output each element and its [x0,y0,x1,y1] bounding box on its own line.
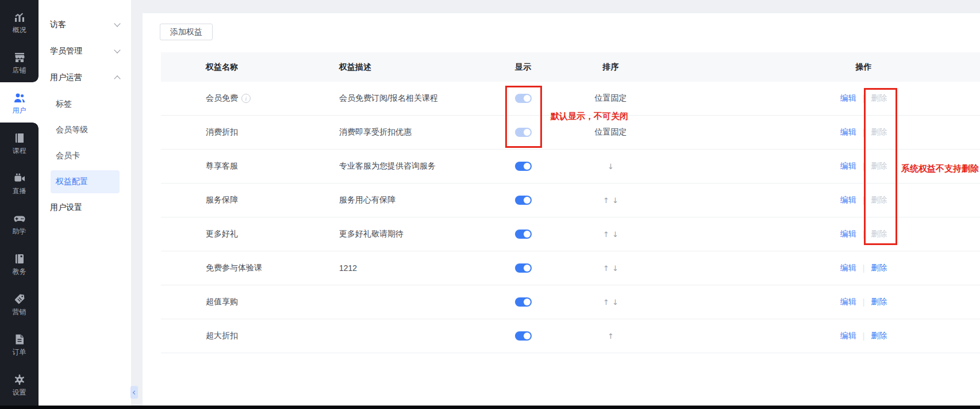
benefit-name: 超值享购 [206,297,238,307]
sort-cell: ↓ [575,162,647,171]
rail-item-live[interactable]: 直播 [0,163,39,203]
action-divider: | [863,297,865,307]
rail-item-orders[interactable]: 订单 [0,324,39,364]
rail-item-users[interactable]: 用户 [0,82,39,123]
sidebar-item-user-operations[interactable]: 用户运营 [39,64,131,91]
info-icon[interactable]: i [241,94,251,103]
sort-down-icon[interactable]: ↓ [612,196,618,205]
sidebar-item-label: 访客 [50,20,66,30]
edit-link[interactable]: 编辑 [840,229,856,239]
display-toggle-locked[interactable] [515,128,532,137]
edit-link[interactable]: 编辑 [840,127,856,137]
sidebar-item-benefit-config[interactable]: 权益配置 [51,170,120,193]
edit-link[interactable]: 编辑 [840,93,856,104]
benefit-desc-cell: 专业客服为您提供咨询服务 [293,161,471,171]
display-toggle[interactable] [515,263,532,273]
delete-link[interactable]: 删除 [871,331,887,341]
sort-up-icon[interactable]: ↑ [603,264,609,273]
sidebar-item-student-management[interactable]: 学员管理 [39,38,131,64]
rail-item-label: 课程 [13,147,26,154]
table-row: 消费折扣 消费即享受折扣优惠 位置固定 编辑 | 删除 [161,116,980,150]
rail-item-label: 用户 [13,107,26,114]
edit-link[interactable]: 编辑 [840,263,856,273]
display-toggle[interactable] [515,196,532,205]
sort-cell: ↑↓ [575,298,647,307]
sort-up-icon[interactable]: ↑ [603,230,609,239]
sidebar-item-label: 会员卡 [56,151,80,161]
column-header-display: 显示 [471,62,575,72]
edit-link[interactable]: 编辑 [840,331,856,341]
benefit-name: 尊享客服 [206,161,238,171]
overview-chart-icon [13,11,26,24]
table-row: 服务保障 服务用心有保障 ↑↓ 编辑 | 删除 [161,184,980,217]
delete-link[interactable]: 删除 [871,297,887,307]
chevron-up-icon [114,75,120,82]
toggle-knob [524,163,531,170]
shop-icon [13,51,26,64]
action-divider: | [863,263,865,273]
chevron-down-icon [114,47,120,53]
toggle-knob [524,299,531,305]
sidebar-item-label: 用户运营 [50,72,82,83]
users-icon [13,91,26,104]
display-toggle[interactable] [515,162,532,171]
benefit-desc-cell: 服务用心有保障 [293,195,471,205]
display-toggle[interactable] [515,331,532,341]
sort-down-icon[interactable]: ↓ [608,162,614,171]
tag-icon [13,293,26,305]
table-row: 更多好礼 更多好礼敬请期待 ↑↓ 编辑 | 删除 [161,217,980,251]
rail-item-label: 营销 [13,308,26,315]
sidebar-item-user-settings[interactable]: 用户设置 [39,194,131,221]
benefit-name: 超大折扣 [206,331,238,341]
delete-link[interactable]: 删除 [871,263,887,273]
sidebar-item-visitors[interactable]: 访客 [39,12,131,38]
sort-down-icon[interactable]: ↓ [612,298,618,307]
sidebar-collapse-button[interactable] [130,386,138,399]
primary-sidebar: 概况 店铺 用户 课程 直播 助学 教务 营销 订单 设置 [0,0,39,409]
delete-link-disabled: 删除 [871,127,887,137]
benefit-name-cell: 服务保障 [161,195,293,205]
rail-item-overview[interactable]: 概况 [0,2,39,42]
benefit-name: 会员免费 [206,93,238,104]
display-toggle-locked[interactable] [515,94,532,103]
benefit-name-cell: 超大折扣 [161,331,293,341]
toggle-knob [524,231,531,238]
sort-down-icon[interactable]: ↓ [612,230,618,239]
actions-cell: 编辑 | 删除 [793,161,934,171]
edit-link[interactable]: 编辑 [840,161,856,171]
delete-link-disabled: 删除 [871,195,887,205]
actions-cell: 编辑 | 删除 [793,263,934,273]
toggle-knob [524,129,531,136]
display-cell [471,94,575,103]
sidebar-gutter [131,0,143,409]
sidebar-item-tags[interactable]: 标签 [39,91,131,117]
sort-up-icon[interactable]: ↑ [603,298,609,307]
display-toggle[interactable] [515,230,532,239]
column-header-benefit-desc: 权益描述 [293,62,471,72]
sort-up-icon[interactable]: ↑ [608,332,614,341]
content-card: 添加权益 权益名称 权益描述 显示 排序 操作 会员免费 i 会员免费订阅/报名… [143,13,980,406]
add-benefit-button[interactable]: 添加权益 [160,24,213,40]
edit-link[interactable]: 编辑 [840,297,856,307]
display-cell [471,128,575,137]
sidebar-item-label: 会员等级 [56,125,88,135]
display-toggle[interactable] [515,297,532,307]
rail-item-settings[interactable]: 设置 [0,364,39,404]
benefit-name-cell: 会员免费 i [161,93,293,104]
rail-item-academics[interactable]: 教务 [0,243,39,284]
sort-up-icon[interactable]: ↑ [603,196,609,205]
sidebar-item-label: 学员管理 [50,46,82,56]
rail-item-course[interactable]: 课程 [0,123,39,163]
rail-item-study-aid[interactable]: 助学 [0,203,39,243]
sort-cell: 位置固定 [575,127,647,137]
sort-cell: ↑↓ [575,230,647,239]
actions-cell: 编辑 | 删除 [793,93,934,104]
actions-cell: 编辑 | 删除 [793,127,934,137]
action-divider: | [863,230,865,239]
sort-down-icon[interactable]: ↓ [612,264,618,273]
rail-item-marketing[interactable]: 营销 [0,284,39,324]
benefit-name-cell: 免费参与体验课 [161,263,293,273]
sidebar-item-member-level[interactable]: 会员等级 [39,117,131,143]
sidebar-item-member-card[interactable]: 会员卡 [39,143,131,169]
edit-link[interactable]: 编辑 [840,195,856,205]
